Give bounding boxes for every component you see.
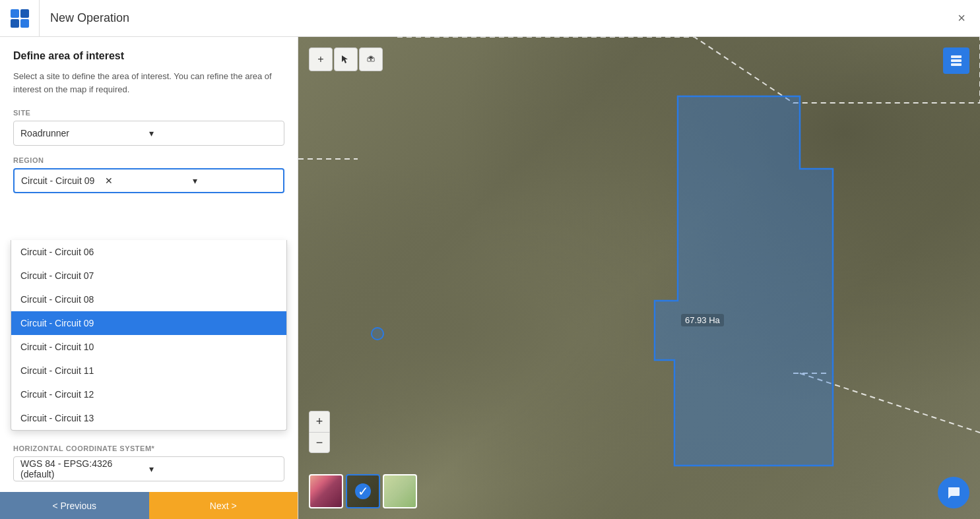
- region-label: REGION: [13, 156, 284, 164]
- svg-rect-2: [11, 19, 19, 28]
- site-value: Roadrunner: [20, 128, 149, 138]
- site-label: SITE: [13, 109, 284, 117]
- svg-rect-0: [11, 9, 19, 18]
- app-logo: [0, 0, 40, 37]
- map-thumbnail[interactable]: [383, 474, 417, 508]
- zoom-out-button[interactable]: −: [309, 432, 330, 453]
- zoom-in-button[interactable]: +: [309, 411, 330, 432]
- svg-rect-10: [951, 63, 962, 66]
- location-marker: [371, 327, 384, 340]
- map-terrain: [298, 37, 980, 519]
- chat-button[interactable]: [938, 477, 969, 508]
- zoom-controls: + −: [309, 411, 330, 453]
- region-select[interactable]: Circuit - Circuit 09 ✕ ▾: [13, 168, 284, 193]
- region-clear-icon[interactable]: ✕: [105, 175, 189, 186]
- svg-rect-9: [951, 59, 962, 62]
- upload-tool-button[interactable]: [359, 47, 383, 71]
- select-tool-button[interactable]: [334, 47, 358, 71]
- panel-description: Select a site to define the area of inte…: [13, 70, 284, 96]
- svg-rect-1: [20, 9, 29, 18]
- region-value: Circuit - Circuit 09: [21, 175, 105, 186]
- site-field-group: SITE Roadrunner ▾: [13, 109, 284, 146]
- previous-button[interactable]: < Previous: [0, 492, 149, 519]
- coord-label: HORIZONTAL COORDINATE SYSTEM*: [13, 444, 284, 452]
- site-dropdown-arrow: ▾: [149, 128, 278, 138]
- coord-dropdown-arrow: ▾: [149, 464, 278, 474]
- coord-select[interactable]: WGS 84 - EPSG:4326 (default) ▾: [13, 456, 284, 481]
- region-dropdown: Circuit - Circuit 06 Circuit - Circuit 0…: [11, 240, 287, 260]
- layers-button[interactable]: [943, 47, 969, 74]
- site-select[interactable]: Roadrunner ▾: [13, 121, 284, 146]
- next-button[interactable]: Next >: [149, 492, 298, 519]
- active-thumbnail[interactable]: ✓: [346, 474, 380, 508]
- page-title: New Operation: [40, 11, 943, 25]
- map-tool-row: +: [309, 47, 383, 71]
- coord-section: HORIZONTAL COORDINATE SYSTEM* WGS 84 - E…: [0, 444, 298, 492]
- satellite-thumbnail[interactable]: [309, 474, 343, 508]
- close-button[interactable]: ×: [943, 0, 980, 37]
- svg-rect-3: [20, 19, 29, 28]
- coord-value: WGS 84 - EPSG:4326 (default): [20, 458, 149, 479]
- region-dropdown-arrow: ▾: [193, 175, 277, 186]
- region-field-group: REGION Circuit - Circuit 09 ✕ ▾: [13, 156, 284, 193]
- add-tool-button[interactable]: +: [309, 47, 333, 71]
- panel-content: Define area of interest Select a site to…: [0, 37, 298, 260]
- panel-title: Define area of interest: [13, 50, 284, 62]
- map-toolbar: +: [309, 47, 383, 71]
- bottom-navigation: < Previous Next >: [0, 492, 298, 519]
- map-area[interactable]: 67.93 Ha +: [298, 37, 980, 519]
- main-layout: Define area of interest Select a site to…: [0, 37, 980, 519]
- header: New Operation ×: [0, 0, 980, 37]
- left-panel: Define area of interest Select a site to…: [0, 37, 298, 519]
- map-thumbnails: ✓: [309, 474, 417, 508]
- svg-rect-8: [951, 55, 962, 58]
- dropdown-item-06[interactable]: Circuit - Circuit 06: [11, 240, 286, 260]
